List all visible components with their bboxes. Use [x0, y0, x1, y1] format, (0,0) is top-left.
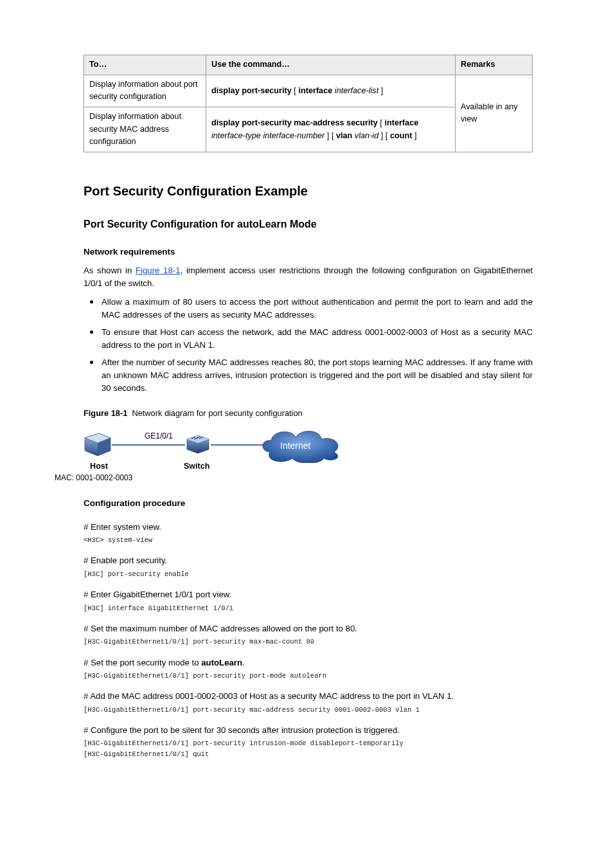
cell-cmd: display port-security mac-address securi… [206, 107, 456, 152]
switch-icon [185, 434, 211, 455]
table-row: Display information about port security … [84, 75, 533, 107]
subsection-title: Port Security Configuration for autoLear… [84, 217, 533, 233]
cfg-title: Configuration procedure [84, 497, 533, 511]
info-table: To… Use the command… Remarks Display inf… [84, 55, 533, 152]
mac-label: MAC: 0001-0002-0003 [55, 472, 170, 484]
code-line: [H3C-GigabitEthernet1/0/1] port-security… [84, 637, 533, 647]
code-line: [H3C-GigabitEthernet1/0/1] port-security… [84, 738, 533, 759]
step-text: # Enable port security. [84, 554, 533, 567]
th-to: To… [84, 55, 206, 75]
code-line: [H3C] port-security enable [84, 569, 533, 579]
code-line: [H3C] interface GigabitEthernet 1/0/1 [84, 603, 533, 613]
cell-remarks: Available in any view [456, 75, 533, 152]
cell-to: Display information about port security … [84, 75, 206, 107]
step-text: # Configure the port to be silent for 30… [84, 724, 533, 737]
step-text: # Enter GigabitEthernet 1/0/1 port view. [84, 588, 533, 601]
code-line: [H3C-GigabitEthernet1/0/1] port-security… [84, 705, 533, 715]
switch-label: Switch [184, 460, 209, 473]
code-line: [H3C-GigabitEthernet1/0/1] port-security… [84, 671, 533, 681]
network-diagram: Host MAC: 0001-0002-0003 GE1/0/1 Switch [84, 425, 360, 484]
cell-cmd: display port-security [ interface interf… [206, 75, 456, 107]
figure-caption: Figure 18-1 Network diagram for port sec… [84, 407, 533, 420]
requirements-list: Allow a maximum of 80 users to access th… [84, 296, 533, 395]
list-item: Allow a maximum of 80 users to access th… [84, 296, 533, 322]
list-item: After the number of security MAC address… [84, 356, 533, 395]
th-remarks: Remarks [456, 55, 533, 75]
code-line: <H3C> system-view [84, 535, 533, 545]
step-text: # Set the maximum number of MAC addresse… [84, 622, 533, 635]
step-text: # Enter system view. [84, 521, 533, 534]
th-use: Use the command… [206, 55, 456, 75]
internet-label: Internet [280, 439, 310, 453]
section-title: Port Security Configuration Example [84, 181, 533, 201]
nr-title: Network requirements [84, 246, 533, 259]
list-item: To ensure that Host can access the netwo… [84, 326, 533, 352]
step-text: # Add the MAC address 0001-0002-0003 of … [84, 690, 533, 703]
cell-to: Display information about security MAC a… [84, 107, 206, 152]
nr-para: As shown in Figure 18-1, implement acces… [84, 264, 533, 291]
ge-label: GE1/0/1 [145, 430, 173, 442]
figure-xref-link[interactable]: Figure 18-1 [136, 266, 181, 275]
link-line-icon [112, 444, 185, 446]
host-label: Host [80, 460, 118, 473]
step-text: # Set the port security mode to autoLear… [84, 656, 533, 669]
config-steps: # Enter system view. <H3C> system-view #… [84, 521, 533, 759]
host-icon [84, 431, 112, 457]
